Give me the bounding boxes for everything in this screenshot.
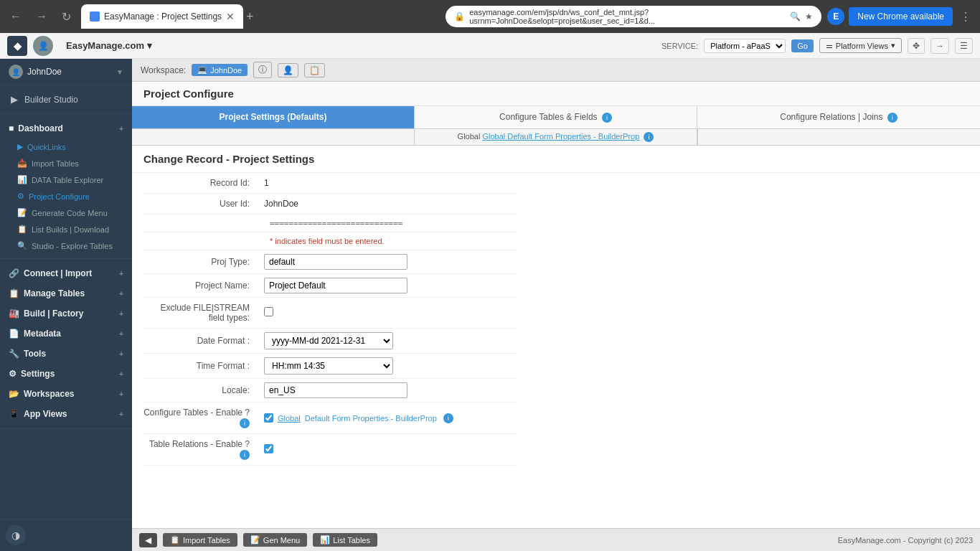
browser-forward-btn[interactable]: → xyxy=(32,7,52,26)
bottom-copyright: EasyManage.com - Copyright (c) 2023 xyxy=(838,536,973,545)
workspace-info-btn[interactable]: ⓘ xyxy=(253,62,272,78)
sidebar-item-tools[interactable]: 🔧 Tools + xyxy=(0,344,132,364)
list-builds-icon: 📋 xyxy=(17,225,27,234)
configure-tables-info-icon[interactable]: i xyxy=(602,113,612,123)
sidebar-item-data-table-explorer[interactable]: 📊 DATA Table Explorer xyxy=(0,171,132,188)
gen-menu-icon: 📝 xyxy=(250,535,260,545)
project-name-input[interactable] xyxy=(264,278,407,293)
form-row-configure-tables: Configure Tables - Enable ? i Global Def… xyxy=(143,402,517,434)
profile-btn[interactable]: E xyxy=(827,8,844,25)
page-title: Project Configure xyxy=(143,88,234,100)
bottom-import-tables-btn[interactable]: 📋 Import Tables xyxy=(163,533,237,547)
platform-views-btn[interactable]: ⚌ Platform Views ▾ xyxy=(819,38,902,53)
project-configure-icon: ⚙ xyxy=(17,192,24,201)
active-tab[interactable]: EasyManage : Project Settings ✕ xyxy=(81,4,243,29)
browser-menu-btn[interactable]: ⋮ xyxy=(957,7,974,27)
date-format-select[interactable]: yyyy-MM-dd 2021-12-31 xyxy=(264,332,393,349)
sidebar-item-builder-studio[interactable]: ▶ Builder Studio xyxy=(0,90,132,109)
address-bar[interactable]: 🔒 easymanage.com/em/jsp/dn/ws_conf_det_m… xyxy=(446,6,821,27)
configure-tables-checkbox[interactable] xyxy=(264,413,273,423)
sidebar-item-workspaces[interactable]: 📂 Workspaces + xyxy=(0,384,132,404)
sidebar-item-quicklinks[interactable]: ▶ QuickLinks xyxy=(0,138,132,155)
sidebar-toggle-btn[interactable]: ◑ xyxy=(6,525,26,545)
app-views-icon: 📱 xyxy=(9,409,19,419)
sidebar-bottom: ◑ xyxy=(0,519,132,551)
exclude-checkbox[interactable] xyxy=(264,307,273,316)
metadata-icon: 📄 xyxy=(9,329,19,339)
bookmark-icon[interactable]: ★ xyxy=(805,11,813,22)
subtab-global-default[interactable]: Global Global Default Form Properties - … xyxy=(415,129,697,145)
workspace-badge[interactable]: 💻 JohnDoe xyxy=(192,64,248,76)
sidebar-item-studio-explore[interactable]: 🔍 Studio - Explore Tables xyxy=(0,237,132,254)
top-bar-right: SERVICE: Platform - aPaaS Go ⚌ Platform … xyxy=(661,38,973,54)
nav-icon-btn[interactable]: → xyxy=(930,38,949,54)
default-form-info-icon[interactable]: i xyxy=(443,413,453,423)
default-form-link[interactable]: Default Form Properties - BuilderProp xyxy=(305,414,437,423)
sidebar-builder-section: ▶ Builder Studio xyxy=(0,85,132,114)
global-text[interactable]: Global xyxy=(278,414,301,423)
proj-type-label: Proj Type: xyxy=(143,250,258,274)
browser-reload-btn[interactable]: ↻ xyxy=(57,7,75,27)
sidebar-item-app-views[interactable]: 📱 App Views + xyxy=(0,404,132,424)
time-format-value: HH:mm 14:35 xyxy=(258,354,517,379)
service-select[interactable]: Platform - aPaaS xyxy=(704,39,786,53)
sidebar-groups: 🔗 Connect | Import + 📋 Manage Tables + 🏭 xyxy=(0,259,132,429)
browser-back-btn[interactable]: ← xyxy=(6,7,26,26)
record-id-value: 1 xyxy=(258,173,517,194)
workspace-label: Workspace: xyxy=(141,65,186,75)
sidebar-user-icon: 👤 xyxy=(9,65,23,79)
search-icon[interactable]: 🔍 xyxy=(790,11,801,22)
menu-icon-btn[interactable]: ☰ xyxy=(955,38,973,54)
sidebar-item-list-builds[interactable]: 📋 List Builds | Download xyxy=(0,221,132,237)
configure-tables-label-info[interactable]: i xyxy=(240,418,250,428)
tab-project-settings[interactable]: Project Settings (Defaults) xyxy=(132,106,415,128)
new-chrome-btn[interactable]: New Chrome available xyxy=(849,7,953,26)
sidebar-item-manage-tables[interactable]: 📋 Manage Tables + xyxy=(0,283,132,303)
workspace-user-btn[interactable]: 👤 xyxy=(278,63,298,77)
go-btn[interactable]: Go xyxy=(791,39,814,52)
brand-link[interactable]: EasyManage.com ▾ xyxy=(66,40,152,51)
import-tables-icon: 📥 xyxy=(17,159,27,168)
sidebar-item-generate-code[interactable]: 📝 Generate Code Menu xyxy=(0,204,132,221)
dashboard-expand: + xyxy=(119,125,123,133)
workspaces-icon: 📂 xyxy=(9,389,19,399)
table-relations-info-icon[interactable]: i xyxy=(240,450,250,460)
tab-configure-relations[interactable]: Configure Relations | Joins i xyxy=(697,106,980,128)
expand-icon-btn[interactable]: ✥ xyxy=(908,38,925,54)
tab-configure-tables[interactable]: Configure Tables & Fields i xyxy=(415,106,697,128)
date-format-value: yyyy-MM-dd 2021-12-31 xyxy=(258,329,517,354)
sidebar-item-settings[interactable]: ⚙ Settings + xyxy=(0,364,132,384)
bottom-list-tables-btn[interactable]: 📊 List Tables xyxy=(313,533,377,547)
new-tab-btn[interactable]: + xyxy=(246,9,254,24)
sidebar-item-dashboard[interactable]: ■ Dashboard + xyxy=(0,118,132,138)
date-format-label: Date Format : xyxy=(143,329,258,354)
table-relations-checkbox[interactable] xyxy=(264,444,273,453)
proj-type-input[interactable] xyxy=(264,254,407,270)
sidebar: 👤 JohnDoe ▼ ▶ Builder Studio ■ Dashboard… xyxy=(0,59,132,551)
form-row-separator: ============================ xyxy=(143,215,517,232)
form-row-required: * indicates field must be entered. xyxy=(143,232,517,250)
form-row-user-id: User Id: JohnDoe xyxy=(143,194,517,215)
sidebar-item-project-configure[interactable]: ⚙ Project Configure xyxy=(0,188,132,204)
form-row-record-id: Record Id: 1 xyxy=(143,173,517,194)
configure-relations-info-icon[interactable]: i xyxy=(887,113,897,123)
form-table: Record Id: 1 User Id: JohnDoe xyxy=(143,173,517,466)
global-default-link[interactable]: Global Default Form Properties - Builder… xyxy=(482,132,639,141)
quicklinks-icon: ▶ xyxy=(17,142,23,151)
sidebar-item-connect-import[interactable]: 🔗 Connect | Import + xyxy=(0,263,132,283)
workspace-copy-btn[interactable]: 📋 xyxy=(304,63,325,77)
form-row-table-relations: Table Relations - Enable ? i xyxy=(143,434,517,466)
sidebar-item-build-factory[interactable]: 🏭 Build | Factory + xyxy=(0,303,132,324)
bottom-gen-menu-btn[interactable]: 📝 Gen Menu xyxy=(243,533,307,547)
sidebar-item-import-tables[interactable]: 📥 Import Tables xyxy=(0,155,132,171)
bottom-arrow-btn[interactable]: ◀ xyxy=(139,533,157,547)
tab-close-btn[interactable]: ✕ xyxy=(226,11,235,22)
sidebar-item-metadata[interactable]: 📄 Metadata + xyxy=(0,324,132,344)
time-format-select[interactable]: HH:mm 14:35 xyxy=(264,357,393,375)
locale-input[interactable] xyxy=(264,382,407,398)
subtab-info-icon[interactable]: i xyxy=(644,132,654,142)
sidebar-user[interactable]: 👤 JohnDoe ▼ xyxy=(0,59,132,85)
connect-icon: 🔗 xyxy=(9,268,19,278)
browser-chrome: ← → ↻ EasyManage : Project Settings ✕ + … xyxy=(0,0,980,33)
record-id-label: Record Id: xyxy=(143,173,258,194)
